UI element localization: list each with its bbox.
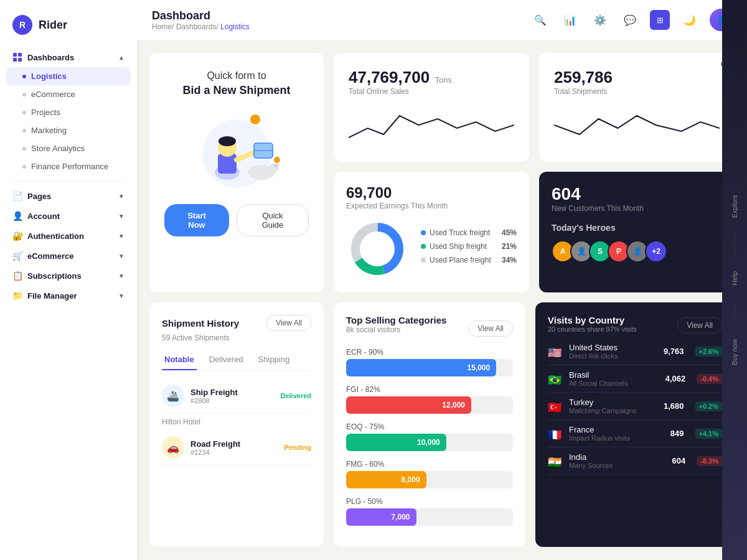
selling-view-all[interactable]: View All bbox=[468, 320, 513, 337]
sidebar-item-marketing[interactable]: Marketing bbox=[0, 121, 137, 139]
sidebar-item-finance[interactable]: Finance Performance bbox=[0, 157, 137, 175]
subscriptions-chevron: ▼ bbox=[118, 273, 125, 279]
bar-plg-fill: 7,000 bbox=[346, 508, 416, 526]
form-buttons: Start Now Quick Guide bbox=[164, 204, 309, 236]
pages-group[interactable]: 📄 Pages ▼ bbox=[0, 186, 137, 206]
tr-visits: 1,680 bbox=[664, 401, 684, 411]
sidebar-item-logistics[interactable]: Logistics bbox=[6, 67, 131, 85]
plane-pct: 34% bbox=[502, 256, 517, 264]
total-shipments-label: Total Shipments bbox=[554, 87, 720, 96]
truck-label: Used Truck freight bbox=[430, 228, 490, 237]
tr-flag: 🇹🇷 bbox=[548, 401, 563, 412]
history-title: Shipment History bbox=[162, 318, 239, 329]
total-shipments-card: 259,786 Total Shipments bbox=[539, 53, 735, 162]
road-freight-info: Road Freight #1234 bbox=[190, 439, 278, 456]
bar-fmg-label: FMG - 60% bbox=[346, 460, 513, 469]
bid-form-card: Quick form to Bid a New Shipment bbox=[149, 53, 324, 292]
top-cards-grid: Quick form to Bid a New Shipment bbox=[149, 53, 735, 292]
moon-icon[interactable]: 🌙 bbox=[680, 10, 700, 30]
explore-button[interactable]: Explore bbox=[728, 190, 741, 223]
road-freight-status: Pending bbox=[284, 444, 311, 451]
selling-header: Top Selling Categories 8k social visitor… bbox=[346, 315, 513, 342]
countries-title: Visits by Country bbox=[548, 315, 637, 325]
account-group[interactable]: 👤 Account ▼ bbox=[0, 206, 137, 226]
legend-ship: Used Ship freight 21% bbox=[421, 242, 517, 251]
us-visits: 9,763 bbox=[664, 347, 684, 356]
search-icon[interactable]: 🔍 bbox=[530, 10, 550, 30]
separator-1 bbox=[12, 180, 125, 181]
quick-guide-button[interactable]: Quick Guide bbox=[237, 204, 309, 236]
earnings-label: Expected Earnings This Month bbox=[346, 202, 517, 210]
legend-plane: Used Plane freight 34% bbox=[421, 256, 517, 264]
ship-pct: 21% bbox=[502, 242, 517, 251]
countries-card: Visits by Country 20 countries share 97%… bbox=[535, 302, 735, 547]
donut-content: Used Truck freight 45% Used Ship freight… bbox=[346, 218, 517, 280]
truck-dot bbox=[421, 230, 426, 235]
countries-header: Visits by Country 20 countries share 97%… bbox=[548, 315, 722, 335]
fr-source: Impact Radius visits bbox=[569, 434, 664, 442]
us-info: United States Direct link clicks bbox=[569, 343, 657, 360]
bar-fmg: FMG - 60% 8,000 bbox=[346, 460, 513, 488]
tab-notable[interactable]: Notable bbox=[162, 350, 197, 370]
fr-info: France Impact Radius visits bbox=[569, 425, 664, 442]
fr-visits: 849 bbox=[670, 429, 684, 438]
total-shipments-chart bbox=[554, 103, 720, 147]
subscriptions-group[interactable]: 📋 Subscriptions ▼ bbox=[0, 266, 137, 286]
bottom-grid: Shipment History View All 59 Active Ship… bbox=[149, 302, 735, 547]
settings-icon[interactable]: ⚙️ bbox=[590, 10, 610, 30]
bar-chart-icon[interactable]: 📊 bbox=[560, 10, 580, 30]
countries-list: 🇺🇸 United States Direct link clicks 9,76… bbox=[548, 338, 722, 475]
sidebar-item-store-analytics[interactable]: Store Analytics bbox=[0, 139, 137, 157]
sidebar: R Rider Dashboards ▲ Logistics bbox=[0, 0, 137, 560]
sidebar-item-projects[interactable]: Projects bbox=[0, 103, 137, 121]
bar-plg-track: 7,000 bbox=[346, 508, 513, 526]
auth-group[interactable]: 🔐 Authentication ▼ bbox=[0, 226, 137, 246]
start-now-button[interactable]: Start Now bbox=[164, 204, 229, 236]
shipment-history-card: Shipment History View All 59 Active Ship… bbox=[149, 302, 324, 547]
tr-info: Turkey Mailchimp Campaigns bbox=[569, 398, 657, 414]
logistics-label: Logistics bbox=[31, 72, 67, 81]
sidebar-item-ecommerce[interactable]: eCommerce bbox=[0, 85, 137, 103]
finance-dot bbox=[22, 165, 26, 169]
grid-icon[interactable]: ⊞ bbox=[650, 10, 670, 30]
in-change: -8.3% bbox=[697, 456, 722, 466]
bar-fgi-track: 12,000 bbox=[346, 396, 513, 414]
subscriptions-icon: 📋 bbox=[12, 271, 22, 281]
countries-view-all[interactable]: View All bbox=[677, 317, 722, 334]
message-icon[interactable]: 💬 bbox=[620, 10, 640, 30]
nav-section: Dashboards ▲ Logistics eCommerce Project… bbox=[0, 47, 137, 550]
auth-icon: 🔐 bbox=[12, 231, 22, 241]
header-right: 🔍 📊 ⚙️ 💬 ⊞ 🌙 👤 bbox=[530, 9, 732, 31]
bar-fgi-fill: 12,000 bbox=[346, 396, 471, 414]
file-manager-chevron: ▼ bbox=[118, 292, 125, 299]
svg-point-5 bbox=[274, 157, 280, 163]
br-change: -0.4% bbox=[697, 374, 722, 384]
hero-avatar-extra: +2 bbox=[645, 240, 667, 263]
selling-title-group: Top Selling Categories 8k social visitor… bbox=[346, 315, 446, 342]
country-us: 🇺🇸 United States Direct link clicks 9,76… bbox=[548, 338, 722, 365]
dashboards-group[interactable]: Dashboards ▲ bbox=[0, 47, 137, 67]
total-sales-card: 47,769,700 Tons Total Online Sales bbox=[334, 53, 529, 162]
ecommerce-top-group[interactable]: 🛒 eCommerce ▼ bbox=[0, 246, 137, 266]
customers-value: 604 bbox=[552, 184, 722, 204]
account-chevron: ▼ bbox=[118, 213, 125, 220]
in-flag: 🇮🇳 bbox=[548, 455, 563, 467]
logistics-dot bbox=[22, 75, 26, 78]
page-title: Dashboard bbox=[152, 9, 250, 22]
tab-shipping[interactable]: Shipping bbox=[256, 350, 293, 370]
buy-now-button[interactable]: Buy now bbox=[728, 334, 741, 370]
marketing-label: Marketing bbox=[31, 126, 67, 135]
tab-delivered[interactable]: Delivered bbox=[207, 350, 246, 370]
heroes-title: Today's Heroes bbox=[552, 223, 722, 233]
projects-label: Projects bbox=[31, 108, 60, 117]
bar-eoq: EOQ - 75% 10,000 bbox=[346, 422, 513, 451]
help-button[interactable]: Help bbox=[728, 266, 741, 291]
bar-plg-label: PLG - 50% bbox=[346, 497, 513, 506]
country-fr: 🇫🇷 France Impact Radius visits 849 +4.1% bbox=[548, 420, 722, 447]
tr-source: Mailchimp Campaigns bbox=[569, 407, 657, 414]
svg-rect-1 bbox=[18, 53, 22, 57]
ship-freight-id: #2808 bbox=[190, 397, 274, 404]
file-manager-group[interactable]: 📁 File Manager ▼ bbox=[0, 286, 137, 306]
ship-freight-status: Delivered bbox=[280, 392, 311, 399]
history-view-all[interactable]: View All bbox=[266, 315, 311, 331]
